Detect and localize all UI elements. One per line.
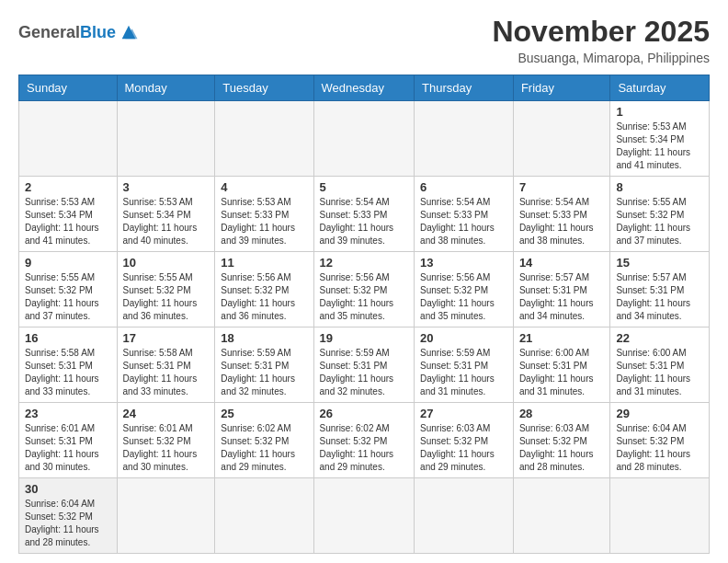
table-row: 2 Sunrise: 5:53 AMSunset: 5:34 PMDayligh… <box>19 177 710 252</box>
empty-cell <box>513 478 610 554</box>
day-16: 16 Sunrise: 5:58 AMSunset: 5:31 PMDaylig… <box>19 327 118 403</box>
header-monday: Monday <box>117 75 215 101</box>
day-2: 2 Sunrise: 5:53 AMSunset: 5:34 PMDayligh… <box>19 177 118 252</box>
empty-cell <box>215 101 313 177</box>
day-30: 30 Sunrise: 6:04 AMSunset: 5:32 PMDaylig… <box>19 478 118 554</box>
header-tuesday: Tuesday <box>215 75 313 101</box>
day-5: 5 Sunrise: 5:54 AMSunset: 5:33 PMDayligh… <box>313 177 415 252</box>
table-row: 1 Sunrise: 5:53 AMSunset: 5:34 PMDayligh… <box>19 101 710 177</box>
day-8: 8 Sunrise: 5:55 AMSunset: 5:32 PMDayligh… <box>610 177 710 252</box>
header-thursday: Thursday <box>415 75 514 101</box>
day-19: 19 Sunrise: 5:59 AMSunset: 5:31 PMDaylig… <box>313 327 415 403</box>
empty-cell <box>19 101 118 177</box>
empty-cell <box>313 478 415 554</box>
day-14: 14 Sunrise: 5:57 AMSunset: 5:31 PMDaylig… <box>513 252 610 327</box>
table-row: 30 Sunrise: 6:04 AMSunset: 5:32 PMDaylig… <box>19 478 710 554</box>
logo-icon <box>119 22 139 42</box>
day-23: 23 Sunrise: 6:01 AMSunset: 5:31 PMDaylig… <box>19 403 118 478</box>
empty-cell <box>415 478 514 554</box>
day-22: 22 Sunrise: 6:00 AMSunset: 5:31 PMDaylig… <box>610 327 710 403</box>
day-12: 12 Sunrise: 5:56 AMSunset: 5:32 PMDaylig… <box>313 252 415 327</box>
day-24: 24 Sunrise: 6:01 AMSunset: 5:32 PMDaylig… <box>117 403 215 478</box>
logo-general-text: General <box>18 23 80 42</box>
empty-cell <box>513 101 610 177</box>
header-saturday: Saturday <box>610 75 710 101</box>
day-10: 10 Sunrise: 5:55 AMSunset: 5:32 PMDaylig… <box>117 252 215 327</box>
empty-cell <box>117 478 215 554</box>
day-13: 13 Sunrise: 5:56 AMSunset: 5:32 PMDaylig… <box>415 252 514 327</box>
logo-blue-text: Blue <box>80 23 116 42</box>
table-row: 23 Sunrise: 6:01 AMSunset: 5:31 PMDaylig… <box>19 403 710 478</box>
day-9: 9 Sunrise: 5:55 AMSunset: 5:32 PMDayligh… <box>19 252 118 327</box>
logo: General Blue <box>18 22 139 42</box>
empty-cell <box>610 478 710 554</box>
day-15: 15 Sunrise: 5:57 AMSunset: 5:31 PMDaylig… <box>610 252 710 327</box>
empty-cell <box>117 101 215 177</box>
day-27: 27 Sunrise: 6:03 AMSunset: 5:32 PMDaylig… <box>415 403 514 478</box>
day-29: 29 Sunrise: 6:04 AMSunset: 5:32 PMDaylig… <box>610 403 710 478</box>
page-header: General Blue November 2025 Busuanga, Mim… <box>18 15 710 65</box>
header-sunday: Sunday <box>19 75 118 101</box>
empty-cell <box>215 478 313 554</box>
weekday-header-row: Sunday Monday Tuesday Wednesday Thursday… <box>19 75 710 101</box>
table-row: 9 Sunrise: 5:55 AMSunset: 5:32 PMDayligh… <box>19 252 710 327</box>
table-row: 16 Sunrise: 5:58 AMSunset: 5:31 PMDaylig… <box>19 327 710 403</box>
day-3: 3 Sunrise: 5:53 AMSunset: 5:34 PMDayligh… <box>117 177 215 252</box>
day-18: 18 Sunrise: 5:59 AMSunset: 5:31 PMDaylig… <box>215 327 313 403</box>
day-17: 17 Sunrise: 5:58 AMSunset: 5:31 PMDaylig… <box>117 327 215 403</box>
day-1: 1 Sunrise: 5:53 AMSunset: 5:34 PMDayligh… <box>610 101 710 177</box>
title-area: November 2025 Busuanga, Mimaropa, Philip… <box>492 15 710 65</box>
location-text: Busuanga, Mimaropa, Philippines <box>492 51 710 65</box>
day-20: 20 Sunrise: 5:59 AMSunset: 5:31 PMDaylig… <box>415 327 514 403</box>
header-wednesday: Wednesday <box>313 75 415 101</box>
month-title: November 2025 <box>492 15 710 49</box>
day-26: 26 Sunrise: 6:02 AMSunset: 5:32 PMDaylig… <box>313 403 415 478</box>
day-7: 7 Sunrise: 5:54 AMSunset: 5:33 PMDayligh… <box>513 177 610 252</box>
day-28: 28 Sunrise: 6:03 AMSunset: 5:32 PMDaylig… <box>513 403 610 478</box>
day-11: 11 Sunrise: 5:56 AMSunset: 5:32 PMDaylig… <box>215 252 313 327</box>
calendar-table: Sunday Monday Tuesday Wednesday Thursday… <box>18 75 710 554</box>
day-25: 25 Sunrise: 6:02 AMSunset: 5:32 PMDaylig… <box>215 403 313 478</box>
day-6: 6 Sunrise: 5:54 AMSunset: 5:33 PMDayligh… <box>415 177 514 252</box>
header-friday: Friday <box>513 75 610 101</box>
empty-cell <box>415 101 514 177</box>
day-21: 21 Sunrise: 6:00 AMSunset: 5:31 PMDaylig… <box>513 327 610 403</box>
day-4: 4 Sunrise: 5:53 AMSunset: 5:33 PMDayligh… <box>215 177 313 252</box>
empty-cell <box>313 101 415 177</box>
